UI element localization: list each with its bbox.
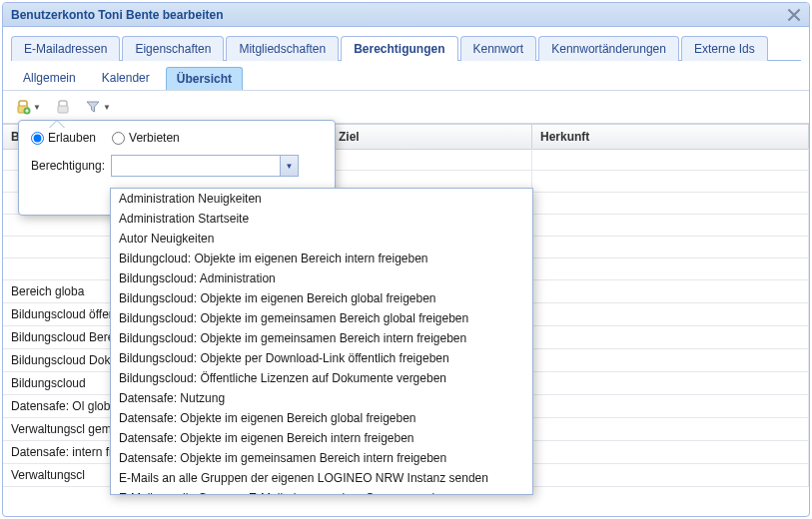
tab-e-mailadressen[interactable]: E-Mailadressen — [11, 36, 120, 61]
permission-dropdown-list[interactable]: Administration NeuigkeitenAdministration… — [110, 188, 533, 495]
permission-combo-trigger[interactable]: ▼ — [280, 156, 298, 176]
dropdown-item[interactable]: Bildungscloud: Objekte im gemeinsamen Be… — [111, 308, 532, 328]
chevron-down-icon: ▼ — [286, 162, 294, 171]
tab-kennwort[interactable]: Kennwort — [460, 36, 537, 61]
dropdown-item[interactable]: Bildungscloud: Objekte im eigenen Bereic… — [111, 288, 532, 308]
col-herkunft[interactable]: Herkunft — [532, 125, 809, 149]
dropdown-item[interactable]: Bildungscloud: Objekte im gemeinsamen Be… — [111, 328, 532, 348]
tab-mitgliedschaften[interactable]: Mitgliedschaften — [226, 36, 339, 61]
radio-allow-label: Erlauben — [48, 131, 96, 145]
cell-herkunft — [532, 149, 809, 170]
window-title: Benutzerkonto Toni Bente bearbeiten — [11, 8, 223, 22]
dropdown-item[interactable]: Bildungscloud: Objekte per Download-Link… — [111, 348, 532, 368]
filter-button[interactable]: ▼ — [83, 97, 113, 117]
svg-rect-4 — [58, 106, 68, 113]
cell-herkunft — [532, 303, 809, 325]
cell-herkunft — [532, 464, 809, 486]
add-permission-button[interactable]: ▼ — [13, 97, 43, 117]
tab-eigenschaften[interactable]: Eigenschaften — [122, 36, 224, 61]
cell-herkunft — [532, 441, 809, 463]
dropdown-item[interactable]: Bildungscloud: Öffentliche Lizenzen auf … — [111, 368, 532, 388]
permission-combo[interactable]: ▼ — [111, 155, 299, 177]
tab-berechtigungen[interactable]: Berechtigungen — [341, 36, 457, 61]
cell-herkunft — [532, 395, 809, 417]
tab-kennwort-nderungen[interactable]: Kennwortänderungen — [538, 36, 679, 61]
close-icon[interactable] — [787, 8, 801, 22]
subtab--bersicht[interactable]: Übersicht — [166, 67, 243, 90]
cell-herkunft — [532, 215, 809, 236]
cell-herkunft — [532, 193, 809, 214]
cell-herkunft — [532, 171, 809, 192]
radio-allow[interactable]: Erlauben — [31, 131, 96, 145]
cell-herkunft — [532, 372, 809, 394]
cell-herkunft — [532, 259, 809, 279]
dropdown-item[interactable]: Administration Neuigkeiten — [111, 189, 532, 209]
permission-combo-input[interactable] — [112, 156, 280, 176]
dropdown-item[interactable]: Datensafe: Objekte im gemeinsamen Bereic… — [111, 448, 532, 468]
tabbar-secondary: AllgemeinKalenderÜbersicht — [3, 61, 809, 91]
cell-herkunft — [532, 280, 809, 302]
cell-herkunft — [532, 326, 809, 348]
cell-herkunft — [532, 349, 809, 371]
chevron-down-icon: ▼ — [33, 103, 41, 112]
dropdown-item[interactable]: Bildungcloud: Objekte im eigenen Bereich… — [111, 249, 532, 268]
radio-deny-input[interactable] — [112, 132, 125, 145]
dropdown-item[interactable]: Autor Neuigkeiten — [111, 229, 532, 249]
subtab-allgemein[interactable]: Allgemein — [13, 67, 86, 90]
dropdown-item[interactable]: Datensafe: Nutzung — [111, 388, 532, 408]
tabbar-primary: E-MailadressenEigenschaftenMitgliedschaf… — [3, 27, 809, 61]
cell-herkunft — [532, 418, 809, 440]
radio-deny-label: Verbieten — [129, 131, 180, 145]
titlebar: Benutzerkonto Toni Bente bearbeiten — [3, 3, 809, 27]
field-label: Berechtigung: — [31, 159, 105, 173]
dropdown-item[interactable]: Datensafe: Objekte im eigenen Bereich gl… — [111, 408, 532, 428]
dropdown-item[interactable]: Bildungscloud: Administration — [111, 268, 532, 288]
radio-deny[interactable]: Verbieten — [112, 131, 180, 145]
cell-herkunft — [532, 237, 809, 258]
radio-allow-input[interactable] — [31, 132, 44, 145]
tab-externe-ids[interactable]: Externe Ids — [681, 36, 768, 61]
subtab-kalender[interactable]: Kalender — [92, 67, 160, 90]
dropdown-item[interactable]: Datensafe: Objekte im eigenen Bereich in… — [111, 428, 532, 448]
dropdown-item[interactable]: Administration Startseite — [111, 209, 532, 229]
dropdown-item[interactable]: E-Mails an alle Gruppen der eigenen LOGI… — [111, 468, 532, 488]
dropdown-item[interactable]: E-Mails an die Gruppen-E-Mailadressen ei… — [111, 488, 532, 495]
chevron-down-icon: ▼ — [103, 103, 111, 112]
